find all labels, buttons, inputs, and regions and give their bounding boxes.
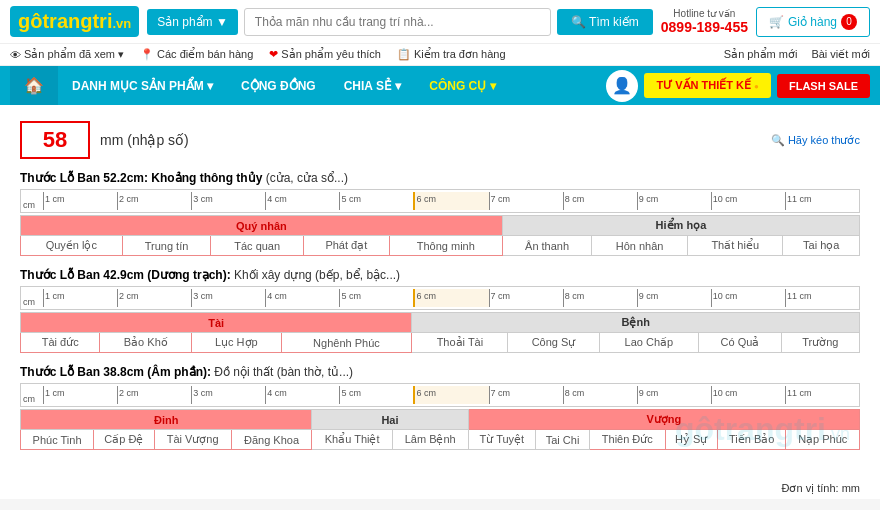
- section-3-data-row: Phúc Tinh Cấp Đệ Tài Vượng Đăng Khoa Khẩ…: [21, 430, 860, 450]
- cell-that-hieu: Thất hiểu: [687, 236, 783, 256]
- section-3: Thước Lỗ Ban 38.8cm (Âm phần): Đồ nội th…: [20, 365, 860, 450]
- hotline-number: 0899-189-455: [661, 19, 748, 35]
- tuvan-badge: ●: [754, 82, 759, 91]
- section-1-table: Quý nhân Hiểm họa Quyền lộc Trung tín Tá…: [20, 215, 860, 256]
- cell-quyen-loc: Quyền lộc: [21, 236, 123, 256]
- cell-thoai-tai: Thoải Tài: [412, 333, 508, 353]
- cell-luc-hop: Lục Hợp: [192, 333, 281, 353]
- section-2-table: Tài Bệnh Tài đức Bảo Khố Lục Hợp Nghênh …: [20, 312, 860, 353]
- cell-lam-benh: Lâm Bệnh: [392, 430, 468, 450]
- cell-tu-tuyet: Từ Tuyệt: [468, 430, 536, 450]
- nav-cong-cu[interactable]: CÔNG CỤ ▾: [415, 69, 509, 103]
- cell-an-thanh: Ân thanh: [502, 236, 591, 256]
- unit-label: mm (nhập số): [100, 132, 189, 148]
- cart-icon: 🛒: [769, 15, 784, 29]
- cart-count: 0: [841, 14, 857, 30]
- cell-tai-vuong: Tài Vượng: [154, 430, 231, 450]
- tuvan-label: TƯ VẤN THIẾT KẾ: [656, 79, 751, 91]
- section-3-header-row: Đinh Hai Vượng: [21, 410, 860, 430]
- section-2-header-row: Tài Bệnh: [21, 313, 860, 333]
- cell-co-qua: Có Quả: [699, 333, 782, 353]
- footer: Đơn vị tính: mm: [0, 478, 880, 499]
- value-input-row: mm (nhập số) 🔍 Hãy kéo thước: [20, 121, 860, 159]
- section-3-title: Thước Lỗ Ban 38.8cm (Âm phần): Đồ nội th…: [20, 365, 860, 379]
- cell-thong-minh: Thông minh: [389, 236, 502, 256]
- cell-nap-phuc: Nạp Phúc: [786, 430, 860, 450]
- section-3-table: Đinh Hai Vượng Phúc Tinh Cấp Đệ Tài Vượn…: [20, 409, 860, 450]
- orders-link[interactable]: 📋 Kiểm tra đơn hàng: [397, 48, 506, 61]
- cell-hon-nhan: Hôn nhân: [592, 236, 688, 256]
- cell-trung-tin: Trung tín: [122, 236, 211, 256]
- section-2-title: Thước Lỗ Ban 42.9cm (Dương trạch): Khối …: [20, 268, 860, 282]
- home-button[interactable]: 🏠: [10, 66, 58, 105]
- nav-chia-se[interactable]: CHIA SẺ ▾: [330, 69, 416, 103]
- cell-cong-su: Công Sự: [508, 333, 599, 353]
- cell-phat-dat: Phát đạt: [303, 236, 389, 256]
- section-1-title: Thước Lỗ Ban 52.2cm: Khoảng thông thủy (…: [20, 171, 860, 185]
- new-posts-link[interactable]: Bài viết mới: [811, 48, 870, 61]
- cell-thien-duc: Thiên Đức: [589, 430, 665, 450]
- header-vuong: Vượng: [468, 410, 859, 430]
- nav-cong-dong[interactable]: CỘNG ĐỒNG: [227, 69, 330, 103]
- sub-header: 👁 Sản phẩm đã xem ▾ 📍 Các điểm bán hàng …: [0, 44, 880, 66]
- cell-tai-duc: Tài đức: [21, 333, 100, 353]
- section-1-header-row: Quý nhân Hiểm họa: [21, 216, 860, 236]
- cell-hy-su: Hỷ Sự: [665, 430, 717, 450]
- header-quy-nhan: Quý nhân: [21, 216, 503, 236]
- value-input[interactable]: [20, 121, 90, 159]
- section-1: Thước Lỗ Ban 52.2cm: Khoảng thông thủy (…: [20, 171, 860, 256]
- header-dinh: Đinh: [21, 410, 312, 430]
- stores-link[interactable]: 📍 Các điểm bán hàng: [140, 48, 253, 61]
- cell-lao-chap: Lao Chấp: [599, 333, 699, 353]
- cart-label: Giỏ hàng: [788, 15, 837, 29]
- cell-nghenh-phuc: Nghênh Phúc: [281, 333, 412, 353]
- cell-tien-bao: Tiến Bảo: [717, 430, 786, 450]
- new-products-link[interactable]: Sản phẩm mới: [724, 48, 798, 61]
- header-benh: Bệnh: [412, 313, 860, 333]
- cell-khau-thiet: Khẩu Thiệt: [312, 430, 392, 450]
- search-input[interactable]: [244, 8, 551, 36]
- main-nav: 🏠 DANH MỤC SẢN PHẨM ▾ CỘNG ĐỒNG CHIA SẺ …: [0, 66, 880, 105]
- cell-truong: Trường: [781, 333, 859, 353]
- san-pham-button[interactable]: Sản phẩm ▼: [147, 9, 238, 35]
- section-2-data-row: Tài đức Bảo Khố Lục Hợp Nghênh Phúc Thoả…: [21, 333, 860, 353]
- cell-tai-chi: Tai Chi: [536, 430, 590, 450]
- cell-bao-kho: Bảo Khố: [100, 333, 192, 353]
- nav-right: 👤 TƯ VẤN THIẾT KẾ ● FLASH SALE: [606, 70, 870, 102]
- hint-button[interactable]: 🔍 Hãy kéo thước: [771, 134, 860, 147]
- viewed-products-link[interactable]: 👁 Sản phẩm đã xem ▾: [10, 48, 124, 61]
- search-button[interactable]: 🔍 Tìm kiếm: [557, 9, 653, 35]
- cell-dang-khoa: Đăng Khoa: [231, 430, 312, 450]
- cell-tai-hoa: Tai họa: [783, 236, 860, 256]
- flash-sale-button[interactable]: FLASH SALE: [777, 74, 870, 98]
- ruler-3[interactable]: cm 1 cm 2 cm 3 cm 4 cm 5 cm 6 cm 7 cm 8 …: [20, 383, 860, 407]
- main-content: mm (nhập số) 🔍 Hãy kéo thước Thước Lỗ Ba…: [0, 105, 880, 478]
- search-area: Sản phẩm ▼ 🔍 Tìm kiếm: [147, 8, 653, 36]
- section-1-data-row: Quyền lộc Trung tín Tác quan Phát đạt Th…: [21, 236, 860, 256]
- tuvan-button[interactable]: TƯ VẤN THIẾT KẾ ●: [644, 73, 770, 98]
- cell-cap-de: Cấp Đệ: [94, 430, 155, 450]
- logo-tld: .vn: [112, 16, 131, 31]
- sub-right: Sản phẩm mới Bài viết mới: [724, 48, 870, 61]
- header-hiem-hoa: Hiểm họa: [502, 216, 859, 236]
- header-tai: Tài: [21, 313, 412, 333]
- ruler-1[interactable]: cm 1 cm 2 cm 3 cm 4 cm 5 cm 6 cm 7 cm 8 …: [20, 189, 860, 213]
- header-top: gôtrangtri.vn Sản phẩm ▼ 🔍 Tìm kiếm Hotl…: [0, 0, 880, 44]
- header-hai: Hai: [312, 410, 468, 430]
- hotline: Hotline tư vấn 0899-189-455: [661, 8, 748, 35]
- clipboard-icon: 📋: [397, 48, 411, 61]
- unit-label: Đơn vị tính: mm: [782, 482, 860, 494]
- section-2: Thước Lỗ Ban 42.9cm (Dương trạch): Khối …: [20, 268, 860, 353]
- favorites-link[interactable]: ❤ Sản phẩm yêu thích: [269, 48, 381, 61]
- cell-phuc-tinh: Phúc Tinh: [21, 430, 94, 450]
- nav-danh-muc[interactable]: DANH MỤC SẢN PHẨM ▾: [58, 69, 227, 103]
- location-icon: 📍: [140, 48, 154, 61]
- heart-icon: ❤: [269, 48, 278, 61]
- cart-button[interactable]: 🛒 Giỏ hàng 0: [756, 7, 870, 37]
- hotline-label: Hotline tư vấn: [661, 8, 748, 19]
- logo[interactable]: gôtrangtri.vn: [10, 6, 139, 37]
- user-button[interactable]: 👤: [606, 70, 638, 102]
- ruler-2[interactable]: cm 1 cm 2 cm 3 cm 4 cm 5 cm 6 cm 7 cm 8 …: [20, 286, 860, 310]
- logo-text: gôtrangtri: [18, 10, 112, 32]
- cell-tac-quan: Tác quan: [211, 236, 304, 256]
